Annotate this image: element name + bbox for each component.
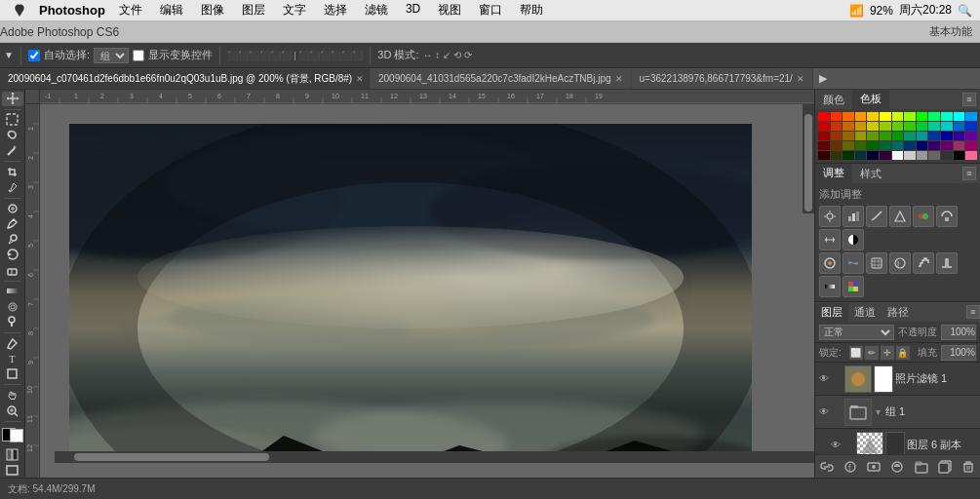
layer-item-filter[interactable]: 👁 照片滤镜 1 — [815, 363, 980, 396]
layer-expand-group1[interactable]: ▼ — [874, 407, 883, 417]
swatch[interactable] — [941, 151, 953, 160]
swatch[interactable] — [917, 122, 928, 131]
swatch[interactable] — [917, 112, 928, 121]
layer-item-l6c[interactable]: 👁 图层 6 副本 — [815, 429, 980, 454]
new-group-btn[interactable] — [912, 458, 931, 476]
swatch[interactable] — [855, 112, 867, 121]
swatch[interactable] — [867, 122, 879, 131]
show-transform-checkbox[interactable] — [133, 50, 144, 61]
menu-help[interactable]: 帮助 — [512, 0, 551, 20]
tab-0-close[interactable]: ✕ — [356, 74, 364, 84]
adj-hsl[interactable] — [936, 206, 958, 227]
swatch[interactable] — [818, 132, 830, 140]
auto-select-checkbox[interactable] — [28, 50, 40, 61]
adj-curves[interactable] — [866, 206, 887, 227]
swatch[interactable] — [941, 141, 953, 150]
swatch[interactable] — [892, 132, 904, 140]
selection-tool[interactable] — [2, 113, 23, 128]
background-color[interactable] — [10, 429, 23, 442]
adj-vibrance[interactable] — [913, 206, 934, 227]
swatch[interactable] — [928, 112, 940, 121]
tool-preset-icon[interactable]: ▼ — [4, 50, 14, 60]
tab-scroll-right[interactable]: ▶ — [813, 68, 833, 89]
swatch[interactable] — [954, 132, 965, 140]
swatch[interactable] — [855, 132, 867, 140]
tab-1[interactable]: 20090604_41031d565a220c7c3fadI2kHeAczTNB… — [371, 68, 632, 89]
swatch-black[interactable] — [954, 151, 965, 160]
swatch[interactable] — [941, 122, 953, 131]
swatch[interactable] — [917, 151, 928, 160]
swatch[interactable] — [965, 112, 977, 121]
swatch[interactable] — [917, 141, 928, 150]
swatch[interactable] — [818, 151, 830, 160]
h-scrollbar[interactable] — [55, 451, 814, 463]
swatch[interactable] — [904, 122, 916, 131]
menu-layer[interactable]: 图层 — [234, 0, 273, 20]
swatch[interactable] — [867, 112, 879, 121]
swatch-red[interactable] — [818, 112, 830, 121]
swatch[interactable] — [941, 112, 953, 121]
hand-tool[interactable] — [2, 388, 23, 403]
adj-collorlookup[interactable] — [866, 252, 887, 274]
crop-tool[interactable] — [2, 165, 23, 179]
delete-layer-btn[interactable] — [959, 458, 978, 476]
menu-3d[interactable]: 3D — [398, 0, 428, 20]
tab-0[interactable]: 20090604_c070461d2fe6dbb1e66fn0u2qQ03u1u… — [0, 68, 371, 89]
opacity-input[interactable] — [941, 325, 976, 340]
swatch[interactable] — [880, 151, 891, 160]
menu-filter[interactable]: 滤镜 — [357, 0, 396, 20]
auto-select-dropdown[interactable]: 组 — [94, 48, 129, 63]
swatch[interactable] — [965, 132, 977, 140]
menu-type[interactable]: 文字 — [275, 0, 314, 20]
swatch[interactable] — [965, 141, 977, 150]
blend-mode-select[interactable]: 正常 — [819, 325, 894, 340]
adj-invert[interactable]: I — [889, 252, 911, 274]
h-scrollbar-thumb[interactable] — [74, 453, 269, 461]
menu-image[interactable]: 图像 — [193, 0, 232, 20]
swatch[interactable] — [855, 151, 867, 160]
swatch[interactable] — [867, 132, 879, 140]
adj-selectivecolor[interactable] — [843, 276, 864, 297]
fill-input[interactable] — [941, 345, 976, 361]
dodge-tool[interactable] — [2, 315, 23, 329]
swatch-white[interactable] — [892, 151, 904, 160]
swatch[interactable] — [941, 132, 953, 140]
eraser-tool[interactable] — [2, 263, 23, 278]
lock-transparent[interactable]: ⬜ — [849, 346, 863, 360]
swatch[interactable] — [843, 141, 854, 150]
swatch[interactable] — [904, 132, 916, 140]
layer-vis-l6c[interactable]: 👁 — [829, 439, 843, 452]
adj-tab[interactable]: 调整 — [815, 164, 852, 183]
swatch[interactable] — [855, 122, 867, 131]
swatch[interactable] — [880, 122, 891, 131]
layers-menu-icon[interactable]: ≡ — [966, 305, 980, 319]
menu-file[interactable]: 文件 — [111, 0, 150, 20]
new-layer-btn[interactable] — [935, 458, 955, 476]
v-scrollbar[interactable] — [803, 104, 814, 213]
layer-vis-group1[interactable]: 👁 — [817, 405, 831, 419]
adj-panel-menu[interactable]: ≡ — [962, 167, 976, 180]
swatch[interactable] — [892, 112, 904, 121]
adj-exposure[interactable] — [889, 206, 911, 227]
lock-all[interactable]: 🔒 — [896, 346, 910, 360]
channels-tab[interactable]: 通道 — [848, 303, 882, 322]
swatch[interactable] — [892, 122, 904, 131]
menu-view[interactable]: 视图 — [430, 0, 469, 20]
swatches-tab[interactable]: 色板 — [852, 90, 889, 109]
swatch[interactable] — [831, 122, 843, 131]
add-style-btn[interactable]: f — [841, 458, 860, 476]
swatch[interactable] — [831, 151, 843, 160]
color-panel-menu[interactable]: ≡ — [962, 93, 976, 106]
swatch[interactable] — [880, 112, 891, 121]
lasso-tool[interactable] — [2, 128, 23, 142]
history-brush-tool[interactable] — [2, 248, 23, 262]
swatch[interactable] — [954, 122, 965, 131]
swatch[interactable] — [818, 141, 830, 150]
tab-2-close[interactable]: ✕ — [797, 74, 804, 84]
workspace-label[interactable]: 基本功能 — [929, 24, 980, 39]
search-icon[interactable]: 🔍 — [958, 4, 972, 18]
tab-1-close[interactable]: ✕ — [615, 74, 623, 84]
swatch[interactable] — [843, 112, 854, 121]
swatch[interactable] — [855, 141, 867, 150]
swatch[interactable] — [880, 132, 891, 140]
